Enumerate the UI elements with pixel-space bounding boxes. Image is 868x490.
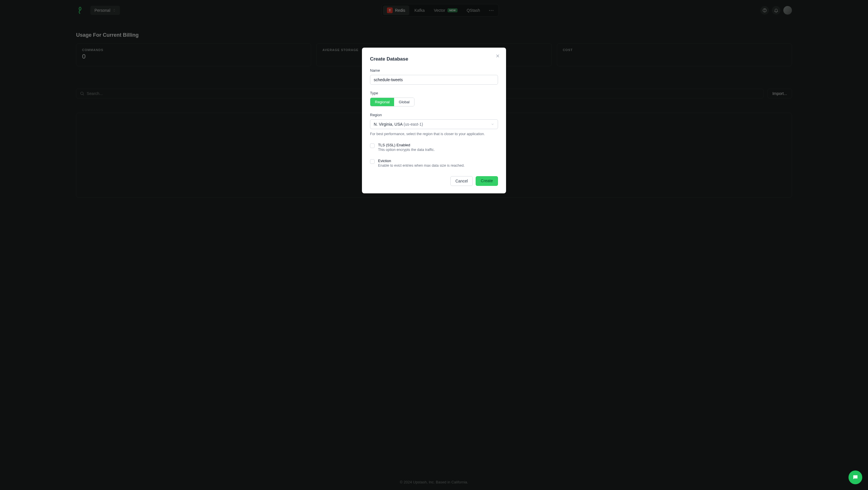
cancel-button[interactable]: Cancel <box>451 176 473 186</box>
close-icon <box>495 53 500 59</box>
chat-icon <box>852 474 859 481</box>
tls-title: TLS (SSL) Enabled <box>378 143 435 147</box>
modal-title: Create Database <box>370 56 498 62</box>
region-helper: For best performance, select the region … <box>370 132 498 136</box>
type-segmented: Regional Global <box>370 98 414 106</box>
tls-desc: This option encrypts the data traffic. <box>378 148 435 152</box>
region-label: Region <box>370 113 498 117</box>
type-global[interactable]: Global <box>394 98 414 106</box>
close-button[interactable] <box>495 53 500 60</box>
tls-checkbox[interactable] <box>370 143 375 148</box>
name-label: Name <box>370 68 498 73</box>
type-label: Type <box>370 91 498 95</box>
chevron-down-icon <box>491 123 494 126</box>
eviction-title: Eviction <box>378 159 465 163</box>
chat-fab[interactable] <box>848 470 862 484</box>
eviction-desc: Enable to evict entries when max data si… <box>378 164 465 167</box>
region-value: N. Virginia, USA (us-east-1) <box>374 122 423 127</box>
region-select[interactable]: N. Virginia, USA (us-east-1) <box>370 119 498 129</box>
type-regional[interactable]: Regional <box>370 98 394 106</box>
create-button[interactable]: Create <box>476 176 498 186</box>
eviction-checkbox[interactable] <box>370 159 375 164</box>
create-database-modal: Create Database Name Type Regional Globa… <box>362 47 506 193</box>
name-input[interactable] <box>370 75 498 85</box>
